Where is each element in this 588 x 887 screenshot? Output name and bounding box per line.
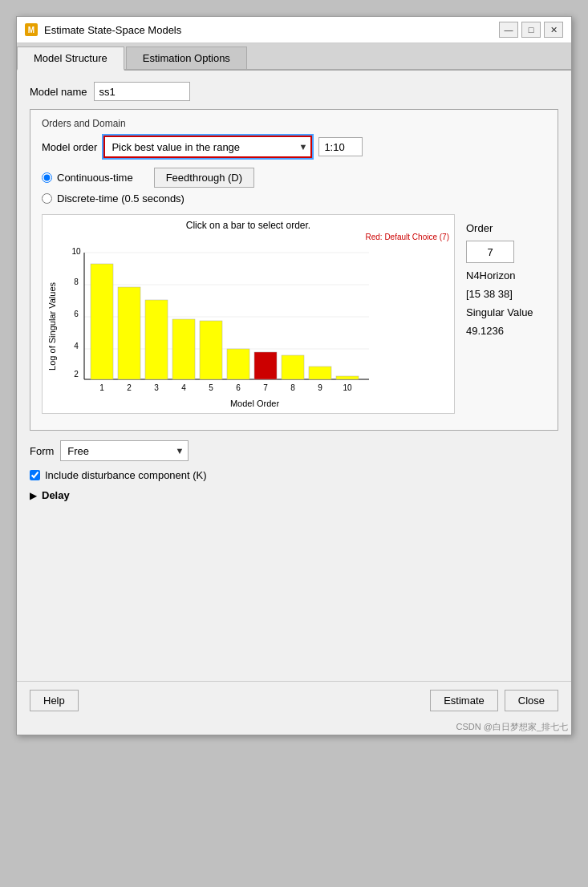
- chart-inner: Log of Singular Values 10 8 6 4 2: [47, 245, 449, 408]
- svg-text:9: 9: [318, 383, 322, 392]
- orders-section-title: Orders and Domain: [42, 118, 546, 129]
- order-value: 7: [487, 246, 493, 258]
- app-icon: M: [25, 23, 38, 36]
- svg-text:5: 5: [209, 383, 213, 392]
- watermark: CSDN @白日梦想家_排七七: [17, 719, 571, 735]
- svg-text:8: 8: [290, 383, 295, 392]
- close-button[interactable]: Close: [505, 690, 558, 711]
- bar-9[interactable]: [309, 367, 331, 379]
- bar-5[interactable]: [200, 321, 222, 379]
- bar-8[interactable]: [282, 355, 304, 379]
- delay-section: ▶ Delay: [30, 489, 558, 501]
- window-title: Estimate State-Space Models: [44, 24, 181, 36]
- feedthrough-button[interactable]: Feedthrough (D): [154, 168, 254, 188]
- chart-plot: 10 8 6 4 2: [60, 245, 449, 408]
- minimize-button[interactable]: —: [499, 22, 518, 38]
- main-content: Model name Orders and Domain Model order…: [17, 71, 571, 520]
- model-order-dropdown-wrapper: Pick best value in the range Enter the o…: [103, 136, 312, 158]
- continuous-radio[interactable]: [42, 172, 52, 183]
- model-order-row: Model order Pick best value in the range…: [42, 136, 546, 158]
- delay-arrow-icon: ▶: [30, 490, 37, 501]
- bar-3[interactable]: [145, 300, 168, 379]
- chart-subtitle: Red: Default Choice (7): [47, 233, 449, 241]
- disturbance-checkbox[interactable]: [30, 470, 40, 480]
- continuous-time-row: Continuous-time Feedthrough (D): [42, 168, 546, 188]
- orders-section: Orders and Domain Model order Pick best …: [30, 109, 558, 431]
- chart-area: Click on a bar to select order. Red: Def…: [42, 214, 546, 414]
- form-row: Form Free Canonical Modal Companion ▼: [30, 440, 558, 461]
- svg-text:2: 2: [127, 383, 132, 392]
- chart-title: Click on a bar to select order.: [47, 220, 449, 231]
- spacer: [17, 520, 571, 681]
- singular-value: 49.1236: [466, 325, 546, 337]
- svg-text:2: 2: [74, 370, 79, 379]
- svg-text:6: 6: [236, 383, 241, 392]
- tab-bar: Model Structure Estimation Options: [17, 43, 571, 71]
- bar-6[interactable]: [227, 349, 249, 379]
- model-name-row: Model name: [30, 82, 558, 101]
- svg-text:3: 3: [154, 383, 159, 392]
- svg-text:7: 7: [263, 383, 268, 392]
- tab-model-structure[interactable]: Model Structure: [17, 47, 124, 71]
- order-panel-title: Order: [466, 222, 546, 234]
- bar-10[interactable]: [336, 376, 359, 379]
- model-name-label: Model name: [30, 86, 87, 98]
- bottom-right-buttons: Estimate Close: [430, 690, 558, 711]
- discrete-time-row: Discrete-time (0.5 seconds): [42, 192, 546, 205]
- bar-7[interactable]: [254, 352, 277, 379]
- order-value-box[interactable]: 7: [466, 241, 514, 263]
- svg-text:4: 4: [74, 342, 79, 350]
- checkbox-row: Include disturbance component (K): [30, 469, 558, 481]
- main-window: M Estimate State-Space Models — □ ✕ Mode…: [16, 16, 572, 735]
- title-bar-left: M Estimate State-Space Models: [25, 23, 181, 36]
- model-name-input[interactable]: [94, 82, 190, 101]
- svg-text:4: 4: [181, 383, 186, 392]
- title-bar: M Estimate State-Space Models — □ ✕: [17, 17, 571, 43]
- estimate-button[interactable]: Estimate: [430, 690, 498, 711]
- chart-container: Click on a bar to select order. Red: Def…: [42, 214, 455, 414]
- model-order-label: Model order: [42, 141, 97, 153]
- x-axis-label: Model Order: [60, 399, 449, 408]
- bar-1[interactable]: [91, 264, 113, 379]
- n4horizon-label: N4Horizon: [466, 269, 546, 281]
- radio-group: Continuous-time Feedthrough (D) Discrete…: [42, 168, 546, 205]
- svg-text:1: 1: [99, 383, 104, 392]
- singular-label: Singular Value: [466, 306, 546, 318]
- bottom-bar: Help Estimate Close: [17, 681, 571, 719]
- disturbance-label[interactable]: Include disturbance component (K): [45, 469, 207, 481]
- help-button[interactable]: Help: [30, 690, 79, 711]
- svg-text:8: 8: [74, 277, 79, 286]
- range-input[interactable]: [318, 137, 363, 156]
- svg-text:6: 6: [74, 310, 79, 318]
- form-dropdown[interactable]: Free Canonical Modal Companion: [60, 440, 189, 461]
- close-window-button[interactable]: ✕: [544, 22, 563, 38]
- tab-estimation-options[interactable]: Estimation Options: [126, 47, 247, 69]
- form-label: Form: [30, 445, 54, 457]
- discrete-radio[interactable]: [42, 193, 52, 204]
- svg-text:10: 10: [71, 247, 81, 256]
- model-order-dropdown[interactable]: Pick best value in the range Enter the o…: [103, 136, 312, 158]
- delay-label[interactable]: Delay: [42, 489, 70, 501]
- bar-2[interactable]: [118, 287, 140, 379]
- bar-chart-svg[interactable]: 10 8 6 4 2: [60, 245, 373, 397]
- order-panel: Order 7 N4Horizon [15 38 38] Singular Va…: [466, 214, 546, 414]
- bar-4[interactable]: [172, 319, 195, 379]
- form-dropdown-wrapper: Free Canonical Modal Companion ▼: [60, 440, 189, 461]
- n4horizon-value: [15 38 38]: [466, 288, 546, 300]
- svg-text:10: 10: [343, 383, 352, 392]
- continuous-label[interactable]: Continuous-time: [57, 172, 133, 184]
- maximize-button[interactable]: □: [521, 22, 541, 38]
- discrete-label[interactable]: Discrete-time (0.5 seconds): [57, 192, 185, 205]
- title-controls: — □ ✕: [499, 22, 563, 38]
- y-axis-label: Log of Singular Values: [47, 282, 57, 371]
